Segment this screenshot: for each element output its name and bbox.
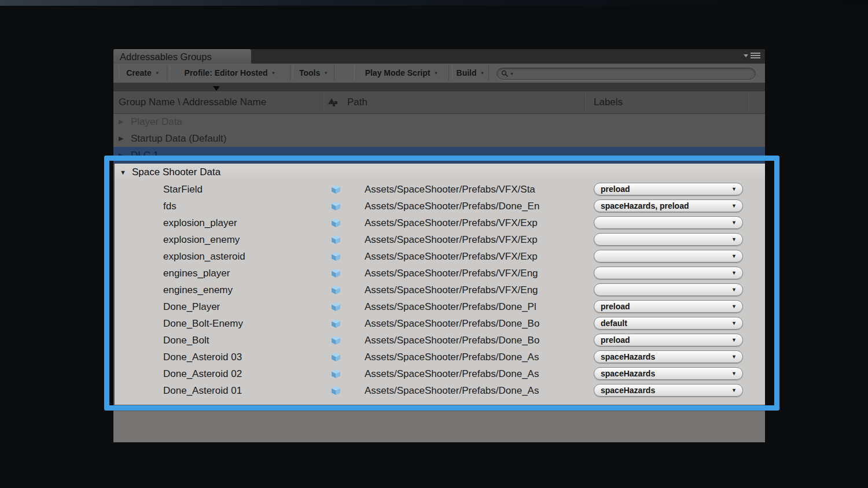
labels-value: default — [601, 317, 627, 329]
chevron-down-icon: ▼ — [433, 71, 438, 76]
asset-row[interactable]: engines_player Assets/SpaceShooter/Prefa… — [115, 265, 765, 282]
labels-value: spaceHazards — [601, 385, 655, 396]
labels-dropdown[interactable]: ▼ — [594, 267, 743, 279]
group-row[interactable]: ▶ DLC 1 — [113, 147, 765, 164]
create-button[interactable]: Create▼ — [119, 65, 167, 80]
foldout-collapsed-icon[interactable]: ▶ — [119, 113, 123, 130]
labels-dropdown[interactable]: ▼ — [594, 250, 743, 263]
asset-path: Assets/SpaceShooter/Prefabs/VFX/Eng — [365, 265, 589, 282]
column-header: Group Name \ Addressable Name Path Label… — [113, 91, 765, 114]
chevron-down-icon: ▼ — [731, 183, 737, 195]
labels-dropdown[interactable]: preload ▼ — [594, 183, 743, 195]
asset-path: Assets/SpaceShooter/Prefabs/Done_As — [365, 349, 589, 365]
asset-name: explosion_asteroid — [163, 248, 245, 265]
chevron-down-icon: ▼ — [155, 71, 160, 76]
labels-value: spaceHazards — [601, 368, 655, 379]
prefab-cube-icon — [331, 268, 341, 278]
asset-row[interactable]: Done_Asteroid 01 Assets/SpaceShooter/Pre… — [115, 382, 765, 399]
foldout-expanded-icon[interactable]: ▼ — [120, 164, 126, 181]
chevron-down-icon: ▼ — [731, 334, 737, 346]
prefab-cube-icon — [331, 352, 341, 362]
prefab-cube-icon — [331, 235, 341, 245]
labels-value: preload — [601, 183, 630, 195]
tab-addressables-groups[interactable]: Addressables Groups — [113, 49, 251, 64]
group-label: Startup Data (Default) — [131, 130, 226, 147]
column-separator[interactable] — [747, 94, 748, 111]
build-button[interactable]: Build▼ — [452, 65, 489, 80]
chevron-down-icon: ▼ — [731, 301, 737, 312]
search-filter-chevron-icon: ▼ — [510, 72, 514, 76]
chevron-down-icon: ▼ — [731, 284, 737, 295]
asset-row[interactable]: fds Assets/SpaceShooter/Prefabs/Done_En … — [115, 198, 765, 215]
asset-name: explosion_enemy — [163, 231, 240, 248]
play-mode-script-button[interactable]: Play Mode Script▼ — [354, 65, 449, 80]
toolbar: Create▼ Profile: Editor Hosted▼ Tools▼ P… — [113, 64, 765, 83]
asset-row[interactable]: StarField Assets/SpaceShooter/Prefabs/VF… — [115, 181, 765, 198]
column-path[interactable]: Path — [347, 91, 367, 113]
search-icon — [501, 70, 509, 77]
dropdown-triangle-icon — [744, 54, 748, 57]
asset-row[interactable]: Done_Asteroid 03 Assets/SpaceShooter/Pre… — [115, 349, 765, 365]
asset-path: Assets/SpaceShooter/Prefabs/Done_Pl — [365, 298, 589, 315]
group-row-space-shooter-data[interactable]: ▼ Space Shooter Data — [115, 164, 765, 181]
chevron-down-icon: ▼ — [480, 71, 485, 76]
profile-button-label: Profile: Editor Hosted — [185, 68, 268, 77]
asset-name: Done_Bolt — [163, 332, 209, 349]
window-empty-area — [113, 411, 765, 442]
asset-row[interactable]: explosion_enemy Assets/SpaceShooter/Pref… — [115, 231, 765, 248]
chevron-down-icon: ▼ — [731, 217, 737, 228]
column-labels[interactable]: Labels — [594, 91, 623, 113]
labels-dropdown[interactable]: ▼ — [594, 233, 743, 246]
asset-row[interactable]: Done_Bolt Assets/SpaceShooter/Prefabs/Do… — [115, 332, 765, 349]
asset-row[interactable]: Done_Asteroid 02 Assets/SpaceShooter/Pre… — [115, 365, 765, 382]
column-separator[interactable] — [323, 94, 324, 111]
group-label: Space Shooter Data — [132, 164, 220, 181]
screen-background: Addressables Groups Create▼ Profile: Edi… — [0, 0, 868, 488]
tab-title: Addressables Groups — [120, 51, 212, 62]
chevron-down-icon: ▼ — [323, 71, 328, 76]
column-drag-marker-icon — [213, 86, 220, 91]
prefab-cube-icon — [331, 285, 341, 295]
asset-path: Assets/SpaceShooter/Prefabs/Done_En — [365, 198, 589, 215]
highlighted-group-panel: ▼ Space Shooter Data StarField Assets/Sp… — [115, 164, 765, 405]
asset-row[interactable]: Done_Player Assets/SpaceShooter/Prefabs/… — [115, 298, 765, 315]
labels-dropdown[interactable]: spaceHazards, preload ▼ — [594, 199, 743, 212]
chevron-down-icon: ▼ — [731, 200, 737, 212]
video-top-glow — [0, 0, 868, 6]
asset-row[interactable]: engines_enemy Assets/SpaceShooter/Prefab… — [115, 282, 765, 298]
labels-dropdown[interactable]: default ▼ — [594, 317, 743, 330]
chevron-down-icon: ▼ — [731, 351, 737, 363]
asset-path: Assets/SpaceShooter/Prefabs/Done_As — [365, 382, 589, 399]
chevron-down-icon: ▼ — [731, 250, 737, 262]
labels-dropdown[interactable]: spaceHazards ▼ — [594, 384, 743, 397]
group-row[interactable]: ▶ Player Data — [113, 113, 765, 130]
labels-dropdown[interactable]: ▼ — [594, 283, 743, 296]
build-button-label: Build — [457, 68, 477, 77]
asset-name: explosion_player — [163, 215, 237, 231]
labels-value: spaceHazards, preload — [601, 200, 689, 212]
asset-row[interactable]: explosion_asteroid Assets/SpaceShooter/P… — [115, 248, 765, 265]
window-menu-icon[interactable] — [744, 53, 760, 58]
chevron-down-icon: ▼ — [731, 234, 737, 245]
labels-dropdown[interactable]: spaceHazards ▼ — [594, 350, 743, 363]
asset-path: Assets/SpaceShooter/Prefabs/VFX/Exp — [365, 215, 589, 231]
labels-dropdown[interactable]: preload ▼ — [594, 334, 743, 346]
column-separator[interactable] — [584, 94, 586, 111]
tools-button[interactable]: Tools▼ — [293, 65, 334, 80]
labels-dropdown[interactable]: ▼ — [594, 216, 743, 229]
profile-button[interactable]: Profile: Editor Hosted▼ — [170, 65, 290, 80]
search-input[interactable]: ▼ — [496, 68, 756, 80]
group-row[interactable]: ▶ Startup Data (Default) — [113, 130, 765, 147]
foldout-collapsed-icon[interactable]: ▶ — [119, 130, 123, 147]
foldout-collapsed-icon[interactable]: ▶ — [119, 147, 123, 164]
column-group-name[interactable]: Group Name \ Addressable Name — [119, 91, 266, 113]
sort-assets-icon[interactable] — [328, 97, 339, 107]
asset-row[interactable]: explosion_player Assets/SpaceShooter/Pre… — [115, 215, 765, 231]
asset-name: Done_Bolt-Enemy — [163, 315, 243, 332]
chevron-down-icon: ▼ — [731, 267, 737, 279]
asset-row[interactable]: Done_Bolt-Enemy Assets/SpaceShooter/Pref… — [115, 315, 765, 332]
asset-name: Done_Player — [163, 298, 220, 315]
labels-dropdown[interactable]: preload ▼ — [594, 300, 743, 313]
labels-dropdown[interactable]: spaceHazards ▼ — [594, 367, 743, 380]
asset-name: Done_Asteroid 03 — [163, 349, 242, 365]
